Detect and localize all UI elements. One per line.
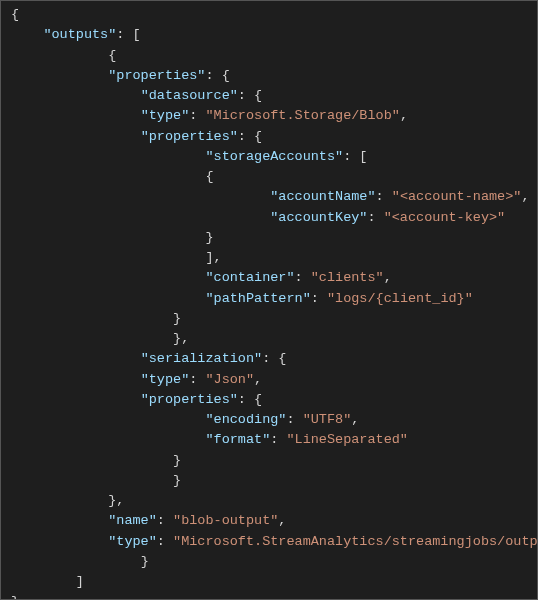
json-punct: : xyxy=(189,108,205,123)
json-punct: { xyxy=(205,169,213,184)
code-line: "properties": { xyxy=(11,127,527,147)
json-punct: : { xyxy=(205,68,229,83)
json-key: "properties" xyxy=(108,68,205,83)
code-line: "serialization": { xyxy=(11,349,527,369)
json-punct: , xyxy=(400,108,408,123)
json-string: "clients" xyxy=(311,270,384,285)
json-key: "storageAccounts" xyxy=(205,149,343,164)
code-line: "container": "clients", xyxy=(11,268,527,288)
json-key: "container" xyxy=(205,270,294,285)
json-punct: : xyxy=(295,270,311,285)
json-punct: : xyxy=(157,513,173,528)
json-string: "Microsoft.Storage/Blob" xyxy=(205,108,399,123)
code-line: "pathPattern": "logs/{client_id}" xyxy=(11,289,527,309)
json-punct: : { xyxy=(238,88,262,103)
code-line: "datasource": { xyxy=(11,86,527,106)
code-line: "encoding": "UTF8", xyxy=(11,410,527,430)
json-punct: : xyxy=(367,210,383,225)
json-string: "LineSeparated" xyxy=(286,432,408,447)
json-punct: : xyxy=(157,534,173,549)
json-punct: } xyxy=(141,554,149,569)
code-line: "name": "blob-output", xyxy=(11,511,527,531)
json-punct: , xyxy=(384,270,392,285)
json-punct: , xyxy=(351,412,359,427)
json-punct: : [ xyxy=(343,149,367,164)
json-key: "datasource" xyxy=(141,88,238,103)
json-key: "name" xyxy=(108,513,157,528)
json-key: "properties" xyxy=(141,392,238,407)
json-key: "accountName" xyxy=(270,189,375,204)
code-line: } xyxy=(11,228,527,248)
json-punct: : { xyxy=(238,129,262,144)
json-string: "Microsoft.StreamAnalytics/streamingjobs… xyxy=(173,534,538,549)
json-punct: : xyxy=(189,372,205,387)
json-punct: { xyxy=(108,48,116,63)
code-line: { xyxy=(11,167,527,187)
json-string: "<account-name>" xyxy=(392,189,522,204)
json-string: "blob-output" xyxy=(173,513,278,528)
json-punct: : xyxy=(376,189,392,204)
code-line: ] xyxy=(11,572,527,592)
code-line: "properties": { xyxy=(11,66,527,86)
code-line: "properties": { xyxy=(11,390,527,410)
json-key: "outputs" xyxy=(43,27,116,42)
json-punct: ], xyxy=(205,250,221,265)
code-line: "format": "LineSeparated" xyxy=(11,430,527,450)
json-string: "UTF8" xyxy=(303,412,352,427)
code-line: } xyxy=(11,451,527,471)
json-punct: } xyxy=(205,230,213,245)
json-key: "format" xyxy=(205,432,270,447)
json-punct: }, xyxy=(173,331,189,346)
json-punct: { xyxy=(11,7,19,22)
code-line: }, xyxy=(11,329,527,349)
json-punct: , xyxy=(521,189,529,204)
code-line: } xyxy=(11,309,527,329)
json-string: "logs/{client_id}" xyxy=(327,291,473,306)
code-line: { xyxy=(11,46,527,66)
code-line: "type": "Microsoft.StreamAnalytics/strea… xyxy=(11,532,527,552)
json-string: "Json" xyxy=(205,372,254,387)
json-key: "type" xyxy=(141,108,190,123)
code-line: "accountName": "<account-name>", xyxy=(11,187,527,207)
json-punct: } xyxy=(173,473,181,488)
json-key: "type" xyxy=(108,534,157,549)
code-line: }, xyxy=(11,491,527,511)
json-key: "serialization" xyxy=(141,351,263,366)
code-line: "outputs": [ xyxy=(11,25,527,45)
json-punct: } xyxy=(173,453,181,468)
json-key: "properties" xyxy=(141,129,238,144)
code-line: "storageAccounts": [ xyxy=(11,147,527,167)
json-punct: , xyxy=(254,372,262,387)
code-line: "type": "Json", xyxy=(11,370,527,390)
code-line: ], xyxy=(11,248,527,268)
code-line: } xyxy=(11,471,527,491)
code-line: { xyxy=(11,5,527,25)
json-punct: , xyxy=(278,513,286,528)
json-punct: } xyxy=(11,594,19,600)
code-line: } xyxy=(11,552,527,572)
json-punct: ] xyxy=(76,574,84,589)
json-punct: : [ xyxy=(116,27,140,42)
json-punct: : { xyxy=(262,351,286,366)
json-key: "pathPattern" xyxy=(205,291,310,306)
json-punct: } xyxy=(173,311,181,326)
json-punct: : xyxy=(311,291,327,306)
json-punct: : xyxy=(286,412,302,427)
json-punct: : xyxy=(270,432,286,447)
json-punct: : { xyxy=(238,392,262,407)
code-line: "type": "Microsoft.Storage/Blob", xyxy=(11,106,527,126)
code-line: } xyxy=(11,592,527,600)
json-code-block: { "outputs": [ { "properties": { "dataso… xyxy=(1,1,537,600)
json-key: "type" xyxy=(141,372,190,387)
json-key: "encoding" xyxy=(205,412,286,427)
json-key: "accountKey" xyxy=(270,210,367,225)
json-string: "<account-key>" xyxy=(384,210,506,225)
json-punct: }, xyxy=(108,493,124,508)
code-line: "accountKey": "<account-key>" xyxy=(11,208,527,228)
